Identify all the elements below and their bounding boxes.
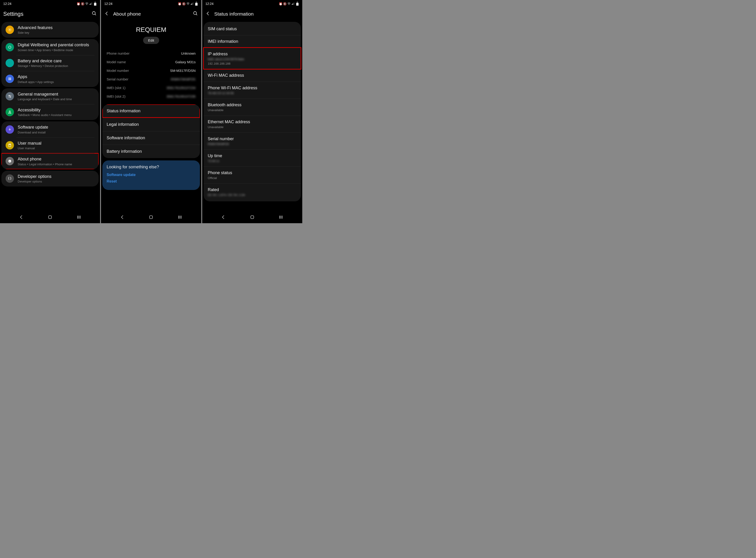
settings-item-general-management[interactable]: General managementLanguage and keyboard …: [1, 88, 99, 104]
svg-rect-46: [292, 3, 293, 5]
status-item-bluetooth-address[interactable]: Bluetooth addressUnavailable: [203, 99, 301, 116]
svg-rect-22: [9, 144, 10, 145]
device-detail-row: IMEI (slot 2)358176109107235: [102, 92, 200, 101]
page-title: About phone: [113, 11, 189, 17]
svg-rect-37: [196, 2, 197, 2]
settings-item-title: Digital Wellbeing and parental controls: [18, 42, 95, 48]
about-link-battery-information[interactable]: Battery information: [102, 145, 200, 158]
status-item-phone-status[interactable]: Phone statusOfficial: [203, 167, 301, 183]
svg-point-10: [9, 29, 10, 30]
status-item-wi-fi-mac-address[interactable]: Wi-Fi MAC address: [203, 69, 301, 82]
mute-icon: 🔇: [283, 2, 287, 5]
search-icon[interactable]: [92, 11, 97, 17]
svg-rect-6: [94, 3, 96, 6]
nav-back-icon[interactable]: [120, 214, 125, 221]
settings-item-apps[interactable]: AppsDefault apps • App settings: [1, 71, 99, 87]
settings-item-accessibility[interactable]: AccessibilityTalkBack • Mono audio • Ass…: [1, 104, 99, 120]
battery-icon: [195, 2, 198, 5]
status-item-serial-number[interactable]: Serial numberR58N70KMPZK: [203, 132, 301, 150]
device-details: Phone numberUnknownModel nameGalaxy M31s…: [102, 49, 200, 101]
about-content[interactable]: REQUIEM Edit Phone numberUnknownModel na…: [101, 21, 201, 212]
status-item-title: IP address: [208, 52, 297, 56]
about-link-software-information[interactable]: Software information: [102, 131, 200, 145]
edit-button[interactable]: Edit: [143, 37, 160, 44]
svg-rect-45: [292, 4, 292, 5]
svg-point-44: [289, 4, 289, 5]
device-detail-row: Model numberSM-M317F/DSN: [102, 66, 200, 75]
settings-item-title: Battery and device care: [18, 58, 95, 64]
status-item-ip-address[interactable]: IP addressfe80::abcd:1234:5678:9abc192.1…: [203, 48, 301, 69]
settings-item-about-phone[interactable]: About phoneStatus • Legal information • …: [1, 153, 99, 169]
settings-group: General managementLanguage and keyboard …: [1, 88, 99, 120]
settings-item-user-manual[interactable]: User manualUser manual: [1, 137, 99, 153]
nav-home-icon[interactable]: [47, 214, 53, 221]
settings-item-title: Software update: [18, 125, 95, 130]
svg-rect-33: [192, 3, 193, 5]
about-link-legal-information[interactable]: Legal information: [102, 118, 200, 131]
nav-recents-icon[interactable]: [76, 214, 81, 221]
mute-icon: 🔇: [182, 2, 186, 5]
back-icon[interactable]: [104, 11, 109, 17]
svg-rect-48: [294, 2, 294, 5]
settings-group: Advanced featuresSide key: [1, 22, 99, 38]
status-item-ethernet-mac-address[interactable]: Ethernet MAC addressUnavailable: [203, 116, 301, 132]
settings-item-battery-and-device-care[interactable]: Battery and device careStorage • Memory …: [1, 55, 99, 71]
svg-rect-1: [90, 4, 90, 5]
settings-item-digital-wellbeing-and-parental-controls[interactable]: Digital Wellbeing and parental controlsS…: [1, 39, 99, 55]
svg-point-30: [188, 4, 188, 5]
svg-rect-47: [293, 3, 294, 5]
header: Status information: [202, 7, 302, 21]
status-item-rated[interactable]: RatedDC 9V; 1.67A / DC 5V; 2.0A: [203, 183, 301, 200]
heart-icon: [6, 59, 14, 67]
about-link-status-information[interactable]: Status information: [102, 104, 200, 118]
search-icon[interactable]: [193, 11, 198, 17]
page-title: Settings: [3, 11, 88, 17]
nav-back-icon[interactable]: [221, 214, 226, 221]
device-detail-row: Serial numberR58N70KMPZK: [102, 75, 200, 83]
svg-rect-40: [150, 216, 153, 219]
nav-home-icon[interactable]: [148, 214, 153, 221]
book-icon: [6, 141, 14, 150]
svg-rect-36: [195, 3, 198, 6]
svg-rect-7: [95, 2, 96, 2]
settings-item-developer-options[interactable]: Developer optionsDeveloper options: [1, 171, 99, 186]
svg-point-18: [9, 95, 9, 96]
nav-recents-icon[interactable]: [278, 214, 284, 221]
device-detail-row: Model nameGalaxy M31s: [102, 58, 200, 66]
detail-value: R58N70KMPZK: [171, 77, 196, 81]
status-item-imei-information[interactable]: IMEI information: [203, 35, 301, 48]
nav-back-icon[interactable]: [19, 214, 24, 221]
screen-about-phone: 12:24 ⏰ 🔇 About phone REQUIEM Edit Phone…: [101, 0, 201, 223]
suggest-link-reset[interactable]: Reset: [106, 179, 195, 183]
settings-list[interactable]: Advanced featuresSide keyDigital Wellbei…: [0, 21, 100, 212]
settings-item-title: Apps: [18, 74, 95, 79]
settings-item-title: About phone: [18, 156, 95, 162]
status-info-content[interactable]: SIM card statusIMEI informationIP addres…: [202, 21, 302, 212]
nav-recents-icon[interactable]: [177, 214, 182, 221]
about-links: Status informationLegal informationSoftw…: [102, 104, 200, 158]
svg-rect-26: [49, 216, 52, 219]
status-item-phone-wi-fi-mac-address[interactable]: Phone Wi-Fi MAC address76:AB:CD:12:34:56: [203, 82, 301, 99]
svg-point-12: [8, 78, 9, 79]
nav-bar: [202, 212, 302, 223]
svg-rect-4: [92, 2, 92, 5]
wifi-icon: [287, 2, 291, 5]
svg-point-25: [9, 160, 10, 161]
detail-label: Model name: [106, 60, 126, 64]
status-item-value: 72:04:11: [208, 159, 297, 163]
detail-value: SM-M317F/DSN: [170, 69, 196, 73]
status-bar: 12:24 ⏰ 🔇: [0, 0, 100, 7]
settings-item-subtitle: Side key: [18, 31, 95, 34]
settings-item-software-update[interactable]: Software updateDownload and install: [1, 121, 99, 137]
settings-item-subtitle: Storage • Memory • Device protection: [18, 64, 95, 68]
suggest-link-software-update[interactable]: Software update: [106, 173, 195, 177]
nav-home-icon[interactable]: [250, 214, 255, 221]
status-item-sim-card-status[interactable]: SIM card status: [203, 23, 301, 35]
settings-item-advanced-features[interactable]: Advanced featuresSide key: [1, 22, 99, 38]
wifi-icon: [187, 2, 190, 5]
back-icon[interactable]: [205, 11, 211, 17]
settings-item-title: User manual: [18, 141, 95, 146]
status-item-up-time[interactable]: Up time72:04:11: [203, 150, 301, 167]
settings-item-subtitle: User manual: [18, 147, 95, 150]
settings-item-subtitle: TalkBack • Mono audio • Assistant menu: [18, 113, 95, 117]
